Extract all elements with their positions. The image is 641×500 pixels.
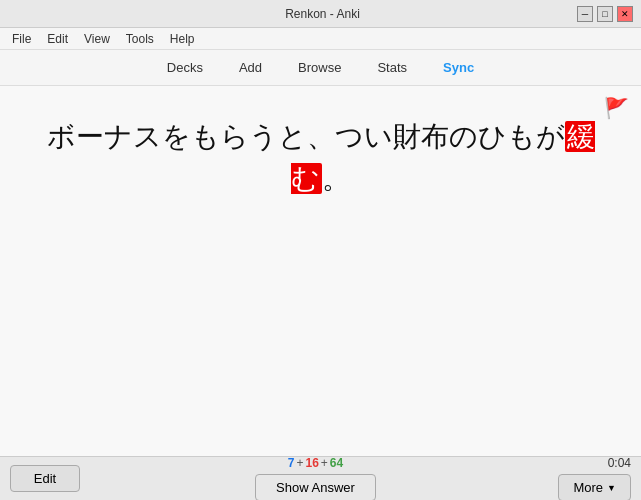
flag-icon[interactable]: 🚩 [604, 96, 629, 120]
title-bar: Renkon - Anki ─ □ ✕ [0, 0, 641, 28]
count-plus-2: + [321, 456, 328, 470]
nav-bar: Decks Add Browse Stats Sync [0, 50, 641, 86]
show-answer-button[interactable]: Show Answer [255, 474, 376, 500]
count-green: 64 [330, 456, 343, 470]
menu-help[interactable]: Help [162, 30, 203, 48]
nav-browse[interactable]: Browse [284, 54, 355, 81]
menu-tools[interactable]: Tools [118, 30, 162, 48]
main-content: 🚩 ボーナスをもらうと、つい財布のひもが緩む。 [0, 86, 641, 456]
nav-sync[interactable]: Sync [429, 54, 488, 81]
minimize-button[interactable]: ─ [577, 6, 593, 22]
nav-add[interactable]: Add [225, 54, 276, 81]
count-red: 16 [305, 456, 318, 470]
count-row: 7 + 16 + 64 [288, 456, 343, 470]
bottom-bar: Edit 7 + 16 + 64 Show Answer 0:04 More ▼ [0, 456, 641, 500]
close-button[interactable]: ✕ [617, 6, 633, 22]
count-plus-1: + [296, 456, 303, 470]
menu-bar: File Edit View Tools Help [0, 28, 641, 50]
menu-file[interactable]: File [4, 30, 39, 48]
card-text: ボーナスをもらうと、つい財布のひもが緩む。 [0, 116, 641, 200]
more-button[interactable]: More ▼ [558, 474, 631, 500]
timer: 0:04 [608, 456, 631, 470]
menu-view[interactable]: View [76, 30, 118, 48]
dropdown-arrow-icon: ▼ [607, 483, 616, 493]
count-blue: 7 [288, 456, 295, 470]
menu-edit[interactable]: Edit [39, 30, 76, 48]
edit-button[interactable]: Edit [10, 465, 80, 492]
card-text-after: 。 [322, 163, 350, 194]
right-section: 0:04 More ▼ [551, 456, 631, 500]
center-section: 7 + 16 + 64 Show Answer [80, 456, 551, 500]
nav-stats[interactable]: Stats [363, 54, 421, 81]
nav-decks[interactable]: Decks [153, 54, 217, 81]
window-title: Renkon - Anki [68, 7, 577, 21]
more-label: More [573, 480, 603, 495]
card-text-before: ボーナスをもらうと、つい財布のひもが [47, 121, 565, 152]
maximize-button[interactable]: □ [597, 6, 613, 22]
window-controls[interactable]: ─ □ ✕ [577, 6, 633, 22]
